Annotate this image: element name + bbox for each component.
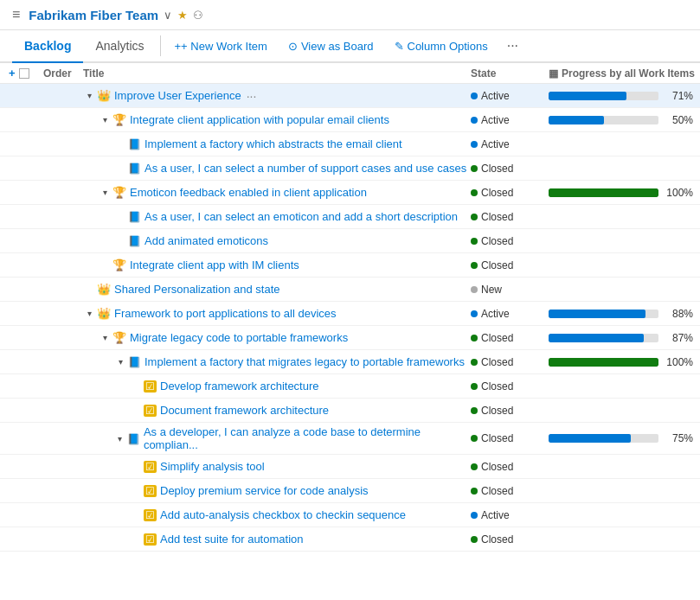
row-progress: 87% bbox=[549, 332, 700, 344]
row-state: New bbox=[471, 284, 549, 296]
row-title[interactable]: Develop framework architecture bbox=[160, 380, 319, 393]
chevron-down-icon[interactable]: ∨ bbox=[164, 9, 172, 22]
row-title-cell: ▾ 📘 Implement a factory that migrates le… bbox=[83, 355, 471, 368]
book-icon: 📘 bbox=[127, 433, 140, 445]
row-progress: 100% bbox=[549, 356, 700, 368]
row-title[interactable]: Add test suite for automation bbox=[160, 533, 303, 546]
expand-toggle[interactable]: ▾ bbox=[83, 308, 95, 320]
progress-bar-fill bbox=[549, 92, 626, 100]
row-state: Active bbox=[471, 114, 549, 126]
state-column-header: State bbox=[471, 67, 549, 80]
state-dot bbox=[471, 512, 478, 519]
progress-bar-wrap bbox=[549, 310, 658, 318]
row-state: Closed bbox=[471, 163, 549, 175]
progress-percent: 100% bbox=[664, 356, 693, 368]
state-label: Closed bbox=[481, 485, 513, 497]
row-title-cell: ▾ 👑 Improve User Experience ··· bbox=[83, 89, 471, 103]
row-title-cell: ▾ 🏆 Emoticon feedback enabled in client … bbox=[83, 186, 471, 199]
row-title[interactable]: As a developer, I can analyze a code bas… bbox=[144, 425, 471, 451]
row-item-icon: 🏆 bbox=[112, 113, 126, 126]
row-title-cell: ▾ 📘 As a developer, I can analyze a code… bbox=[83, 425, 471, 451]
task-icon: ☑ bbox=[144, 380, 157, 393]
expand-toggle[interactable]: ▾ bbox=[114, 356, 126, 368]
nav-more-button[interactable]: ··· bbox=[498, 31, 527, 61]
table-row: 📘 Add animated emoticons Closed bbox=[0, 229, 700, 253]
row-state: Closed bbox=[471, 432, 549, 444]
table-row: ▾ 👑 Improve User Experience ··· Active 7… bbox=[0, 84, 700, 108]
row-title-cell: ▾ 👑 Framework to port applications to al… bbox=[83, 307, 471, 320]
column-options-button[interactable]: ✎ Column Options bbox=[384, 33, 498, 60]
row-state: Active bbox=[471, 138, 549, 150]
row-title[interactable]: As a user, I can select an emoticon and … bbox=[144, 210, 458, 223]
row-state: Closed bbox=[471, 187, 549, 199]
expand-toggle[interactable]: ▾ bbox=[83, 90, 95, 102]
progress-percent: 75% bbox=[664, 432, 693, 444]
row-title[interactable]: Emoticon feedback enabled in client appl… bbox=[130, 186, 367, 199]
state-label: Active bbox=[481, 138, 510, 150]
table-row: ▾ 🏆 Migrate legacy code to portable fram… bbox=[0, 326, 700, 350]
row-title[interactable]: Add auto-analysis checkbox to checkin se… bbox=[160, 508, 406, 521]
row-item-icon: 👑 bbox=[97, 89, 111, 102]
column-options-icon: ✎ bbox=[395, 40, 404, 53]
table-row: ▾ 📘 Implement a factory that migrates le… bbox=[0, 350, 700, 374]
nav-separator bbox=[160, 35, 161, 56]
expand-toggle[interactable]: ▾ bbox=[113, 432, 125, 444]
nav-backlog[interactable]: Backlog bbox=[12, 30, 83, 63]
progress-label: Progress by all Work Items bbox=[562, 67, 695, 80]
row-title[interactable]: Integrate client app with IM clients bbox=[130, 259, 299, 271]
row-title[interactable]: Implement a factory that migrates legacy… bbox=[144, 355, 465, 368]
person-icon[interactable]: ⚇ bbox=[193, 9, 203, 22]
trophy-icon: 🏆 bbox=[112, 186, 126, 199]
row-title[interactable]: Implement a factory which abstracts the … bbox=[144, 137, 402, 150]
progress-percent: 87% bbox=[664, 332, 693, 344]
state-label: New bbox=[481, 284, 502, 296]
state-label: Closed bbox=[481, 533, 513, 546]
state-label: Active bbox=[481, 90, 510, 102]
state-dot bbox=[471, 262, 478, 269]
row-state: Active bbox=[471, 308, 549, 320]
row-title[interactable]: As a user, I can select a number of supp… bbox=[144, 162, 466, 175]
table-row: 👑 Shared Personalization and state New bbox=[0, 278, 700, 302]
view-as-board-button[interactable]: ⊙ View as Board bbox=[278, 33, 384, 60]
expand-toggle[interactable]: ▾ bbox=[99, 187, 111, 199]
add-icon[interactable]: + bbox=[9, 67, 16, 80]
row-title[interactable]: Improve User Experience bbox=[114, 89, 241, 102]
row-title[interactable]: Simplify analysis tool bbox=[160, 460, 265, 473]
row-item-icon: 📘 bbox=[128, 210, 141, 223]
state-label: Active bbox=[481, 308, 510, 320]
task-icon: ☑ bbox=[144, 485, 157, 497]
checkbox-header[interactable] bbox=[19, 68, 29, 79]
task-icon: ☑ bbox=[144, 533, 157, 546]
progress-bar-wrap bbox=[549, 188, 658, 197]
row-progress: 88% bbox=[549, 308, 700, 320]
row-title[interactable]: Integrate client application with popula… bbox=[130, 113, 389, 126]
header-add-area: + bbox=[0, 67, 38, 80]
row-item-icon: ☑ bbox=[144, 484, 157, 497]
progress-percent: 100% bbox=[664, 187, 693, 199]
row-state: Closed bbox=[471, 485, 549, 497]
row-title[interactable]: Document framework architecture bbox=[160, 404, 329, 417]
new-work-item-button[interactable]: + + New Work Item bbox=[164, 33, 278, 60]
progress-bar-fill bbox=[549, 188, 658, 197]
nav-analytics[interactable]: Analytics bbox=[83, 30, 156, 61]
progress-bar-fill bbox=[549, 116, 604, 124]
row-state: Closed bbox=[471, 405, 549, 417]
row-title[interactable]: Shared Personalization and state bbox=[114, 283, 280, 296]
row-item-icon: ☑ bbox=[144, 533, 157, 546]
table-row: ☑ Simplify analysis tool Closed bbox=[0, 455, 700, 479]
row-title[interactable]: Deploy premium service for code analysis bbox=[160, 484, 369, 497]
expand-toggle[interactable]: ▾ bbox=[99, 332, 111, 344]
row-title[interactable]: Framework to port applications to all de… bbox=[114, 307, 337, 320]
table-row: 🏆 Integrate client app with IM clients C… bbox=[0, 253, 700, 278]
state-dot bbox=[471, 189, 478, 196]
row-more-button[interactable]: ··· bbox=[247, 89, 257, 103]
star-icon[interactable]: ★ bbox=[177, 9, 188, 22]
progress-percent: 50% bbox=[664, 114, 693, 126]
row-title[interactable]: Add animated emoticons bbox=[144, 234, 268, 247]
state-label: Closed bbox=[481, 235, 513, 247]
expand-toggle[interactable]: ▾ bbox=[99, 114, 111, 126]
menu-icon[interactable]: ≡ bbox=[12, 7, 20, 22]
row-item-icon: 👑 bbox=[97, 283, 111, 296]
book-icon: 📘 bbox=[128, 235, 141, 247]
row-title[interactable]: Migrate legacy code to portable framewor… bbox=[130, 331, 348, 344]
